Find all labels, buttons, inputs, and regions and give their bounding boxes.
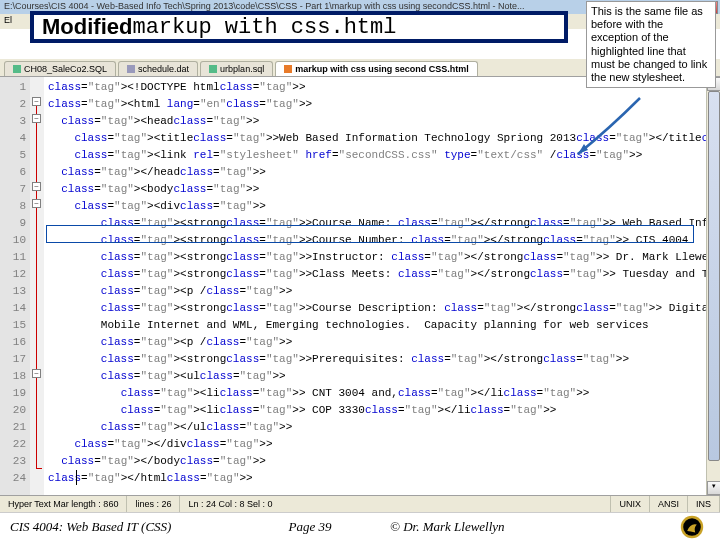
annotation-callout: This is the same file as before with the… [586,1,716,88]
footer-page: Page 39 [230,519,390,535]
file-icon [127,65,135,73]
fold-toggle[interactable]: − [32,97,41,106]
fold-toggle[interactable]: − [32,199,41,208]
title-bold: Modified [42,14,132,40]
status-insert-mode: INS [688,496,720,512]
svg-rect-1 [127,65,135,73]
svg-rect-0 [13,65,21,73]
footer-copyright: © Dr. Mark Llewellyn [390,519,674,535]
window-title: E:\Courses\CIS 4004 - Web-Based Info Tec… [4,1,524,11]
status-encoding: UNIX [611,496,650,512]
title-mono: markup with css.html [132,15,396,40]
status-codepage: ANSI [650,496,688,512]
status-position: Ln : 24 Col : 8 Sel : 0 [180,496,611,512]
vertical-scrollbar[interactable]: ▴ ▾ [706,77,720,495]
html-icon [284,65,292,73]
fold-toggle[interactable]: − [32,369,41,378]
ucf-pegasus-logo [674,515,710,539]
tab-file[interactable]: urbplan.sql [200,61,273,76]
text-cursor [76,470,77,485]
status-bar: Hyper Text Mar length : 860 lines : 26 L… [0,495,720,512]
status-lines: lines : 26 [127,496,180,512]
slide-footer: CIS 4004: Web Based IT (CSS) Page 39 © D… [0,512,720,540]
sql-icon [13,65,21,73]
tab-file[interactable]: CH08_SaleCo2.SQL [4,61,116,76]
scroll-thumb[interactable] [708,91,720,461]
fold-column[interactable]: − − − − − [30,77,44,495]
fold-toggle[interactable]: − [32,114,41,123]
sql-icon [209,65,217,73]
code-editor[interactable]: 123456789101112131415161718192021222324 … [0,77,720,495]
code-area[interactable]: class="tag"><!DOCTYPE htmlclass="tag">>c… [44,77,720,495]
footer-course: CIS 4004: Web Based IT (CSS) [10,519,230,535]
slide-title-overlay: Modified markup with css.html [30,11,568,43]
line-gutter: 123456789101112131415161718192021222324 [0,77,30,495]
svg-rect-3 [284,65,292,73]
fold-toggle[interactable]: − [32,182,41,191]
status-length: Hyper Text Mar length : 860 [0,496,127,512]
tab-file-active[interactable]: markup with css using second CSS.html [275,61,478,76]
tab-file[interactable]: schedule.dat [118,61,198,76]
scroll-down-button[interactable]: ▾ [707,481,720,495]
svg-rect-2 [209,65,217,73]
